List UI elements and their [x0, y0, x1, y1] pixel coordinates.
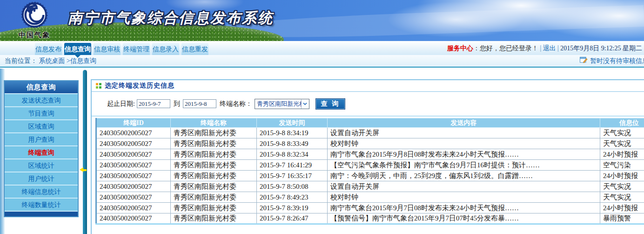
separator: | [557, 44, 559, 52]
logout-link[interactable]: 退出 [543, 44, 556, 52]
tab-1[interactable]: 信息发布 [35, 43, 62, 55]
date-range-label: 起止日期: [107, 100, 135, 108]
sidebar-item-7[interactable]: 用户统计 [5, 172, 78, 185]
sidebar-item-2[interactable]: 节目查询 [5, 106, 78, 119]
table-cell: 24小时预报 [600, 203, 644, 213]
content-area: 信息查询 发送状态查询节目查询区域查询用户查询终端查询区域统计用户统计终端信息统… [0, 69, 644, 234]
date-from-input[interactable] [137, 99, 170, 108]
table-cell: 校对时钟 [328, 192, 600, 203]
terminal-name-label: 终端名称： [220, 100, 252, 108]
table-row: 240305002005027青秀区南阳新光村委2015-9-7 16:41:2… [96, 160, 644, 171]
separator: | [540, 44, 542, 52]
table-cell: 240305002005027 [96, 149, 171, 160]
table-cell: 2015-9-7 8:50:08 [257, 181, 328, 192]
table-cell: 2015-9-7 8:39:19 [257, 203, 328, 213]
grid-squares-icon [96, 83, 101, 89]
logo-caption: 中国气象 [12, 31, 57, 40]
query-button[interactable]: 查 询 [315, 98, 345, 110]
table-row: 240305002005027青秀区南阳新光村委2015-9-7 8:26:47… [96, 213, 644, 224]
tab-4[interactable]: 终端管理 [123, 43, 150, 55]
table-cell: 青秀区南阳新光村委 [171, 128, 257, 138]
panel-title: 选定终端发送历史信息 [105, 82, 174, 90]
table-row: 240305002005027青秀区南阳新光村委2015-9-8 8:34:19… [96, 128, 644, 138]
top-banner: 中国气象 南宁市气象综合信息发布系统 [0, 0, 644, 41]
breadcrumb-root[interactable]: 系统桌面 [39, 57, 65, 64]
nav-bar: 信息发布信息查询信息审核终端管理信息录入信息重发 服务中心：您好，您已经登录！|… [0, 41, 644, 55]
table-cell: 2015-9-7 16:35:17 [257, 171, 328, 181]
table-cell: 空气污染 [600, 160, 644, 171]
column-header-3: 发送时间 [257, 118, 328, 128]
review-notice[interactable]: 暂时没有待审核信息 [580, 55, 644, 67]
table-cell: 校对时钟 [328, 138, 600, 149]
tab-6[interactable]: 信息重发 [181, 43, 208, 55]
table-cell: 天气实况 [600, 181, 644, 192]
table-row: 240305002005027青秀区南阳新光村委2015-9-8 8:33:49… [96, 138, 644, 149]
tab-2[interactable]: 信息查询 [64, 43, 91, 55]
sidebar-item-8[interactable]: 终端信息统计 [5, 185, 78, 198]
table-row: 240305002005027青秀区南阳新光村委2015-9-7 8:39:19… [96, 203, 644, 213]
table-row: 240305002005027青秀区南阳新光村委2015-9-7 16:35:1… [96, 171, 644, 181]
column-header-4: 发送内容 [328, 118, 600, 128]
table-cell: 240305002005027 [96, 171, 171, 181]
cma-spiral-icon [21, 22, 48, 30]
column-header-2: 终端名称 [171, 118, 257, 128]
table-cell: 青秀区南阳新光村委 [171, 203, 257, 213]
sidebar-menu: 信息查询 发送状态查询节目查询区域查询用户查询终端查询区域统计用户统计终端信息统… [4, 80, 79, 217]
sidebar-item-4[interactable]: 用户查询 [5, 132, 78, 145]
table-cell: 2015-9-8 8:34:19 [257, 128, 328, 138]
table-cell: 设置自动开关屏 [328, 181, 600, 192]
table-cell: 2015-9-8 8:32:34 [257, 149, 328, 160]
table-cell: 青秀区南阳新光村委 [171, 181, 257, 192]
collapse-arrow-icon[interactable] [80, 167, 87, 172]
tab-5[interactable]: 信息录入 [152, 43, 179, 55]
breadcrumb-separator: > [67, 57, 70, 64]
greeting-text: ：您好，您已经登录！ [473, 44, 538, 52]
table-cell: 设置自动开关屏 [328, 128, 600, 138]
sidebar-item-5[interactable]: 终端查询 [5, 145, 78, 158]
filter-toolbar: 起止日期: 到 终端名称： 青秀区南阳新光村委 查 询 [92, 92, 644, 117]
table-cell: 2015-9-7 8:49:23 [257, 192, 328, 203]
table-cell: 24小时预报 [600, 171, 644, 181]
chevron-down-icon[interactable] [301, 99, 309, 109]
table-row: 240305002005027青秀区南阳新光村委2015-9-8 8:32:34… [96, 149, 644, 160]
terminal-select[interactable]: 青秀区南阳新光村委 [255, 99, 309, 109]
sidebar-item-1[interactable]: 发送状态查询 [5, 93, 78, 106]
date-to-input[interactable] [183, 99, 216, 108]
sidebar-item-3[interactable]: 区域查询 [5, 119, 78, 132]
table-cell: 【预警信号】南宁市气象台2015年9月7日07时45分发布暴…… [328, 213, 600, 224]
review-notice-text: 暂时没有待审核信息 [590, 57, 644, 65]
table-row: 240305002005027青秀区南阳新光村委2015-9-7 8:50:08… [96, 181, 644, 192]
sidebar-splitter[interactable] [83, 70, 87, 234]
table-cell: 240305002005027 [96, 203, 171, 213]
nav-tabs: 信息发布信息查询信息审核终端管理信息录入信息重发 [35, 43, 208, 55]
breadcrumb-current: 信息查询 [70, 57, 96, 64]
session-info: 服务中心：您好，您已经登录！|退出|2015年9月8日 9:12:25 星期二 [447, 41, 642, 55]
sidebar-title: 信息查询 [5, 81, 78, 93]
table-cell: 南宁市气象台2015年9月8日08时发布未来24小时天气预报…… [328, 149, 600, 160]
table-cell: 南宁市气象台2015年9月7日08时发布未来24小时天气预报…… [328, 203, 600, 213]
table-cell: 青秀区南阳新光村委 [171, 138, 257, 149]
table-cell: 240305002005027 [96, 213, 171, 224]
table-cell: 南宁：今晚到明天，中雨，25到29度，偏东风1到2级。白露蹭…… [328, 171, 600, 181]
table-row: 240305002005027青秀区南阳新光村委2015-9-7 8:49:23… [96, 192, 644, 203]
table-cell: 青秀区南阳新光村委 [171, 213, 257, 224]
breadcrumb-bar: 当前位置： 系统桌面 >信息查询 暂时没有待审核信息 [0, 55, 644, 68]
table-cell: 天气实况 [600, 138, 644, 149]
main-panel: 选定终端发送历史信息 起止日期: 到 终端名称： 青秀区南阳新光村委 查 询 终… [91, 79, 644, 234]
sidebar-item-6[interactable]: 区域统计 [5, 158, 78, 172]
panel-header: 选定终端发送历史信息 [92, 80, 644, 92]
cma-logo: 中国气象 [12, 1, 57, 40]
breadcrumb: 当前位置： 系统桌面 >信息查询 [5, 55, 96, 67]
sidebar-item-9[interactable]: 终端数量统计 [5, 198, 78, 211]
notepad-pencil-icon [580, 56, 588, 65]
table-cell: 青秀区南阳新光村委 [171, 171, 257, 181]
table-cell: 【空气污染气象条件预报】南宁市气象台9月7日16时提供：预计…… [328, 160, 600, 171]
service-center-label: 服务中心 [447, 44, 473, 52]
table-cell: 青秀区南阳新光村委 [171, 192, 257, 203]
table-cell: 240305002005027 [96, 192, 171, 203]
table-body: 240305002005027青秀区南阳新光村委2015-9-8 8:34:19… [96, 128, 644, 224]
table-cell: 2015-9-8 8:33:49 [257, 138, 328, 149]
table-cell: 青秀区南阳新光村委 [171, 149, 257, 160]
column-header-5: 信息位 [600, 118, 644, 128]
tab-3[interactable]: 信息审核 [94, 43, 121, 55]
